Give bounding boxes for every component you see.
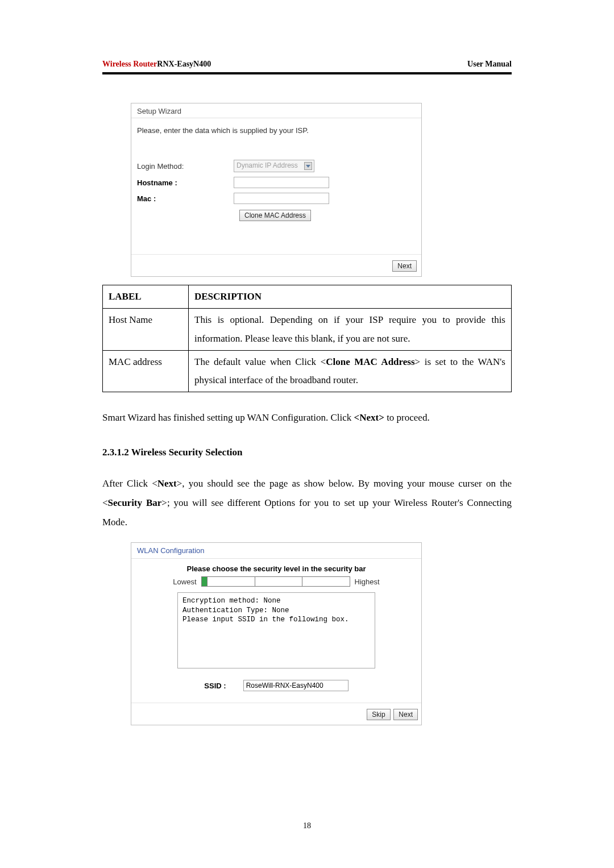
skip-button[interactable]: Skip (367, 709, 390, 720)
page-number: 18 (0, 821, 614, 830)
security-info-box: Encryption method: None Authentication T… (177, 592, 375, 668)
cell-label: MAC address (103, 350, 189, 392)
header-left: Wireless RouterRNX-EasyN400 (102, 60, 211, 69)
header-rule (102, 72, 512, 74)
lowest-label: Lowest (173, 578, 196, 586)
info-line: Authentication Type: None (182, 606, 370, 615)
wlan-config-panel: WLAN Configuration Please choose the sec… (131, 542, 422, 725)
info-line: Encryption method: None (182, 596, 370, 605)
description-table: LABEL DESCRIPTION Host Name This is opti… (102, 285, 512, 392)
clone-mac-button[interactable]: Clone MAC Address (239, 210, 311, 221)
wlan-config-title: WLAN Configuration (131, 543, 421, 559)
mac-input[interactable] (234, 193, 329, 204)
security-segment[interactable] (202, 577, 208, 586)
setup-wizard-title: Setup Wizard (131, 103, 421, 118)
security-prompt: Please choose the security level in the … (131, 559, 421, 573)
table-row: MAC address The default value when Click… (103, 350, 512, 392)
section-title: 2.3.1.2 Wireless Security Selection (102, 447, 512, 458)
table-head-desc: DESCRIPTION (189, 285, 512, 309)
header-red: Wireless Router (102, 60, 157, 68)
cell-desc: The default value when Click <Clone MAC … (189, 350, 512, 392)
login-method-select[interactable]: Dynamic IP Address (234, 160, 314, 172)
hostname-label: Hostname : (137, 178, 234, 187)
login-method-label: Login Method: (137, 162, 234, 171)
header-right: User Manual (467, 60, 512, 69)
wizard1-next-button[interactable]: Next (392, 260, 417, 272)
security-segment[interactable] (255, 577, 302, 586)
setup-wizard-prompt: Please, enter the data which is supplied… (137, 126, 416, 135)
header-model: RNX-EasyN400 (157, 60, 211, 68)
highest-label: Highest (355, 578, 380, 586)
setup-wizard-panel: Setup Wizard Please, enter the data whic… (131, 103, 422, 277)
security-bar[interactable] (201, 576, 350, 587)
hostname-input[interactable] (234, 177, 329, 188)
mac-label: Mac : (137, 194, 234, 203)
info-line: Please input SSID in the following box. (182, 615, 370, 624)
table-row: Host Name This is optional. Depending on… (103, 309, 512, 351)
table-head-label: LABEL (103, 285, 189, 309)
security-segment[interactable] (208, 577, 255, 586)
page-header: Wireless RouterRNX-EasyN400 User Manual (102, 60, 512, 69)
wizard2-next-button[interactable]: Next (393, 709, 418, 720)
login-method-value: Dynamic IP Address (237, 161, 298, 169)
cell-desc: This is optional. Depending on if your I… (189, 309, 512, 351)
ssid-label: SSID : (204, 682, 226, 690)
ssid-input[interactable] (243, 680, 349, 691)
cell-label: Host Name (103, 309, 189, 351)
security-selection-paragraph: After Click <Next>, you should see the p… (102, 474, 512, 532)
security-segment[interactable] (302, 577, 349, 586)
wan-done-text: Smart Wizard has finished setting up WAN… (102, 408, 512, 427)
